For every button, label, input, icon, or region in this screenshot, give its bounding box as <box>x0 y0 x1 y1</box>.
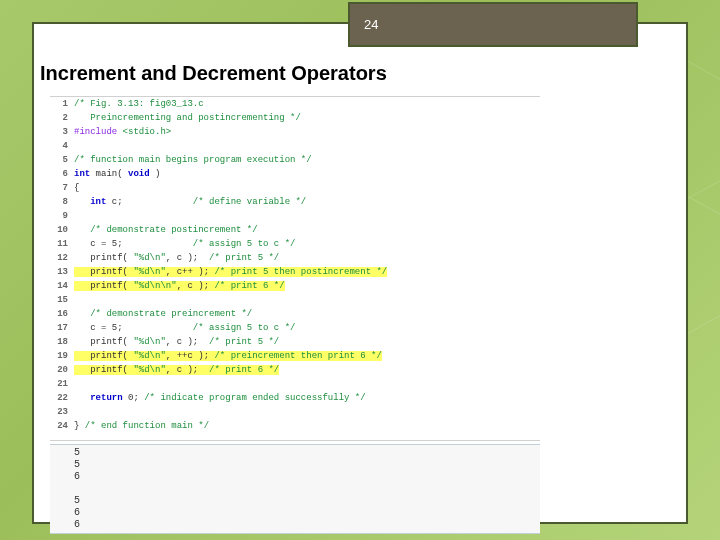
output-line: 5 <box>74 495 540 507</box>
line-number: 15 <box>50 293 74 307</box>
output-line: 5 <box>74 459 540 471</box>
output-line: 5 <box>74 447 540 459</box>
code-line: 12 printf( "%d\n", c ); /* print 5 */ <box>50 251 540 265</box>
line-number: 7 <box>50 181 74 195</box>
code-line: 11 c = 5; /* assign 5 to c */ <box>50 237 540 251</box>
code-line: 15 <box>50 293 540 307</box>
line-number: 24 <box>50 419 74 433</box>
code-line: 21 <box>50 377 540 391</box>
line-number: 6 <box>50 167 74 181</box>
line-number: 5 <box>50 153 74 167</box>
code-text: c = 5; /* assign 5 to c */ <box>74 237 540 251</box>
code-text: printf( "%d\n\n", c ); /* print 6 */ <box>74 279 540 293</box>
code-text: Preincrementing and postincrementing */ <box>74 111 540 125</box>
slide-frame: 24 Increment and Decrement Operators 1/*… <box>32 22 688 524</box>
line-number: 13 <box>50 265 74 279</box>
line-number: 12 <box>50 251 74 265</box>
output-line <box>74 483 540 495</box>
code-text: int main( void ) <box>74 167 540 181</box>
code-text: printf( "%d\n", c ); /* print 5 */ <box>74 251 540 265</box>
code-line: 18 printf( "%d\n", c ); /* print 5 */ <box>50 335 540 349</box>
code-line: 22 return 0; /* indicate program ended s… <box>50 391 540 405</box>
slide-number: 24 <box>364 17 378 32</box>
line-number: 14 <box>50 279 74 293</box>
code-listing: 1/* Fig. 3.13: fig03_13.c2 Preincrementi… <box>50 96 540 441</box>
code-line: 5/* function main begins program executi… <box>50 153 540 167</box>
code-text: printf( "%d\n", c++ ); /* print 5 then p… <box>74 265 540 279</box>
output-line: 6 <box>74 519 540 531</box>
code-text: /* function main begins program executio… <box>74 153 540 167</box>
line-number: 17 <box>50 321 74 335</box>
code-text: printf( "%d\n", c ); /* print 6 */ <box>74 363 540 377</box>
code-text <box>74 405 540 419</box>
code-text <box>74 209 540 223</box>
code-text: printf( "%d\n", c ); /* print 5 */ <box>74 335 540 349</box>
code-line: 19 printf( "%d\n", ++c ); /* preincremen… <box>50 349 540 363</box>
line-number: 3 <box>50 125 74 139</box>
code-line: 23 <box>50 405 540 419</box>
slide-number-box: 24 <box>348 2 638 47</box>
code-line: 16 /* demonstrate preincrement */ <box>50 307 540 321</box>
code-text <box>74 139 540 153</box>
code-text: printf( "%d\n", ++c ); /* preincrement t… <box>74 349 540 363</box>
line-number: 20 <box>50 363 74 377</box>
line-number: 9 <box>50 209 74 223</box>
code-text: /* demonstrate preincrement */ <box>74 307 540 321</box>
line-number: 2 <box>50 111 74 125</box>
code-text: /* demonstrate postincrement */ <box>74 223 540 237</box>
code-line: 1/* Fig. 3.13: fig03_13.c <box>50 97 540 111</box>
code-line: 7{ <box>50 181 540 195</box>
code-text: return 0; /* indicate program ended succ… <box>74 391 540 405</box>
code-text: int c; /* define variable */ <box>74 195 540 209</box>
code-text: c = 5; /* assign 5 to c */ <box>74 321 540 335</box>
code-text: #include <stdio.h> <box>74 125 540 139</box>
line-number: 16 <box>50 307 74 321</box>
code-line: 13 printf( "%d\n", c++ ); /* print 5 the… <box>50 265 540 279</box>
output-line: 6 <box>74 471 540 483</box>
code-line: 6int main( void ) <box>50 167 540 181</box>
line-number: 23 <box>50 405 74 419</box>
code-line: 9 <box>50 209 540 223</box>
line-number: 10 <box>50 223 74 237</box>
line-number: 18 <box>50 335 74 349</box>
code-line: 8 int c; /* define variable */ <box>50 195 540 209</box>
code-line: 3#include <stdio.h> <box>50 125 540 139</box>
code-line: 17 c = 5; /* assign 5 to c */ <box>50 321 540 335</box>
code-text: { <box>74 181 540 195</box>
code-line: 4 <box>50 139 540 153</box>
line-number: 4 <box>50 139 74 153</box>
code-line: 10 /* demonstrate postincrement */ <box>50 223 540 237</box>
program-output: 556566 <box>50 444 540 534</box>
code-text: /* Fig. 3.13: fig03_13.c <box>74 97 540 111</box>
slide-title: Increment and Decrement Operators <box>40 62 387 85</box>
code-text <box>74 293 540 307</box>
line-number: 19 <box>50 349 74 363</box>
output-line: 6 <box>74 507 540 519</box>
code-line: 24} /* end function main */ <box>50 419 540 433</box>
code-line: 14 printf( "%d\n\n", c ); /* print 6 */ <box>50 279 540 293</box>
line-number: 11 <box>50 237 74 251</box>
code-text <box>74 377 540 391</box>
line-number: 8 <box>50 195 74 209</box>
line-number: 22 <box>50 391 74 405</box>
line-number: 1 <box>50 97 74 111</box>
line-number: 21 <box>50 377 74 391</box>
code-line: 2 Preincrementing and postincrementing *… <box>50 111 540 125</box>
code-line: 20 printf( "%d\n", c ); /* print 6 */ <box>50 363 540 377</box>
code-text: } /* end function main */ <box>74 419 540 433</box>
